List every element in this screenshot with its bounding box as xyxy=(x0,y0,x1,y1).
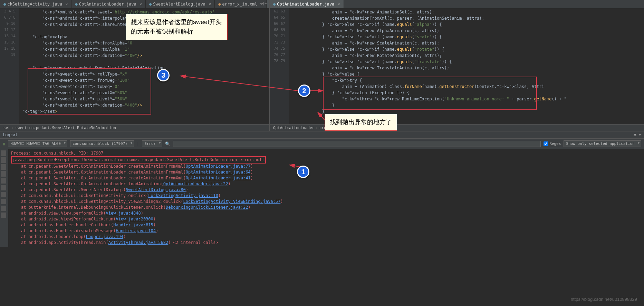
right-editor-pane: ●OptAnimationLoader.java× 62 63 64 65 66… xyxy=(269,0,644,131)
logcat-toolbar: ▮ HUAWEI HUAWEI TAG-AL00 com.xunsu.nbloc… xyxy=(0,139,644,149)
device-dropdown[interactable]: HUAWEI HUAWEI TAG-AL00 xyxy=(8,140,67,147)
stack-trace-link[interactable]: SweetAlertDialog.java:80 xyxy=(126,187,185,192)
log-line[interactable]: at cn.pedant.SweetAlert.OptAnimationLoad… xyxy=(11,181,641,187)
editor-tab[interactable]: ●SweetAlertDialog.java× xyxy=(146,0,215,8)
stack-trace-link[interactable]: LockSettingActivity_ViewBinding.java:57 xyxy=(183,199,281,204)
left-tab-bar: ●ckSettingActivity.java×●OptAnimationLoa… xyxy=(0,0,269,8)
log-line[interactable]: Process: com.xunsu.nblock, PID: 17907 xyxy=(11,150,641,156)
record-icon[interactable] xyxy=(1,199,6,204)
log-line[interactable]: at android.os.Looper.loop(Looper.java:19… xyxy=(11,234,641,240)
stack-trace-link[interactable]: Looper.java:194 xyxy=(86,234,123,239)
logcat-title[interactable]: Logcat xyxy=(3,132,18,137)
logcat-panel: Logcat ⚙ ▾ ▮ HUAWEI HUAWEI TAG-AL00 com.… xyxy=(0,131,644,247)
log-line[interactable]: at android.os.Handler.dispatchMessage(Ha… xyxy=(11,228,641,234)
log-line[interactable]: at cn.pedant.SweetAlert.SweetAlertDialog… xyxy=(11,187,641,193)
log-line[interactable]: at cn.pedant.SweetAlert.OptAnimationLoad… xyxy=(11,175,641,181)
logcat-action-gutter xyxy=(0,149,8,247)
stack-trace-link[interactable]: DebouncingOnClickListener.java:22 xyxy=(166,205,248,210)
stack-trace-link[interactable]: ActivityThread.java:5682 xyxy=(108,240,168,245)
stack-trace-link[interactable]: Handler.java:815 xyxy=(113,223,153,227)
stack-trace-link[interactable]: Handler.java:104 xyxy=(116,228,156,233)
watermark: https://blog.csdn.net/u010898329 xyxy=(571,297,637,302)
stack-trace-link[interactable]: View.java:20300 xyxy=(116,217,153,221)
badge-1: 1 xyxy=(297,166,309,178)
log-line[interactable]: at com.xunsu.nblock.ui.LockSettingActivi… xyxy=(11,199,641,205)
wrap-icon[interactable] xyxy=(1,164,6,170)
highlight-box-java xyxy=(323,77,537,110)
annotation-note-2: 找到抛出异常的地方了 xyxy=(325,114,397,131)
log-line[interactable]: at android.app.ActivityThread.main(Activ… xyxy=(11,240,641,246)
editor-tab[interactable]: ●ckSettingActivity.java× xyxy=(0,0,71,8)
tab-label: ckSettingActivity.java xyxy=(7,2,62,7)
logcat-search-input[interactable] xyxy=(173,141,541,147)
print-icon[interactable] xyxy=(1,171,6,177)
screenshot-icon[interactable] xyxy=(1,192,6,197)
stack-trace-link[interactable]: LockSettingActivity.java:110 xyxy=(148,193,218,198)
terminate-icon[interactable] xyxy=(1,206,6,211)
right-gutter: 62 63 64 65 66 67 68 69 70 71 72 73 74 7… xyxy=(270,8,289,124)
search-icon: 🔍 xyxy=(165,141,170,146)
right-tab-bar: ●OptAnimationLoader.java× xyxy=(270,0,644,8)
file-icon: ● xyxy=(3,2,6,7)
log-level-dropdown[interactable]: Error xyxy=(142,140,162,147)
tab-label: SweetAlertDialog.java xyxy=(153,2,205,7)
regex-checkbox[interactable]: Regex xyxy=(544,141,561,146)
log-line[interactable]: at android.view.View$PerformClick.run(Vi… xyxy=(11,216,641,222)
gear-icon[interactable]: ⚙ ▾ xyxy=(634,132,641,137)
tab-label: error_x_in.xml xyxy=(222,2,257,7)
stack-trace-link[interactable]: OptAnimationLoader.java:77 xyxy=(186,164,251,169)
file-icon: ● xyxy=(218,2,221,7)
modification-indicator: ⟶|← xyxy=(260,1,267,5)
breadcrumb-item[interactable]: set xyxy=(3,126,10,130)
file-icon: ● xyxy=(75,2,77,7)
log-line[interactable]: java.lang.RuntimeException: Unknown anim… xyxy=(11,156,641,164)
tab-label: OptAnimationLoader.java xyxy=(277,2,334,7)
close-icon[interactable]: × xyxy=(337,2,340,7)
settings-icon[interactable] xyxy=(1,185,6,190)
log-line[interactable]: at cn.pedant.SweetAlert.OptAnimationLoad… xyxy=(11,169,641,175)
left-breadcrumb[interactable]: set›sweet:cn.pedant.SweetAlert.Rotate3dA… xyxy=(0,124,269,131)
close-icon[interactable]: × xyxy=(140,2,142,7)
file-icon: ● xyxy=(149,2,152,7)
file-icon: ● xyxy=(273,2,276,7)
log-line[interactable]: at android.os.Handler.handleCallback(Han… xyxy=(11,222,641,228)
logcat-output[interactable]: Process: com.xunsu.nblock, PID: 17907jav… xyxy=(8,149,644,247)
badge-2: 2 xyxy=(298,85,310,97)
log-line[interactable]: at android.view.View.performClick(View.j… xyxy=(11,210,641,216)
editor-tab[interactable]: ●OptAnimationLoader.java× xyxy=(71,0,146,8)
tab-label: OptAnimationLoader.java xyxy=(79,2,136,7)
close-icon[interactable]: × xyxy=(209,2,211,7)
clear-icon[interactable] xyxy=(1,150,6,156)
log-line[interactable]: at cn.pedant.SweetAlert.OptAnimationLoad… xyxy=(11,164,641,169)
stack-trace-link[interactable]: View.java:4848 xyxy=(106,211,141,216)
editor-tab[interactable]: ●OptAnimationLoader.java× xyxy=(270,0,344,8)
badge-3: 3 xyxy=(157,69,170,81)
restart-icon[interactable] xyxy=(1,178,6,184)
help-icon[interactable] xyxy=(1,213,6,218)
editor-tab[interactable]: ●error_x_in.xml× xyxy=(215,0,267,8)
process-dropdown[interactable]: com.xunsu.nblock (17907) xyxy=(70,140,134,147)
highlighted-error-line: java.lang.RuntimeException: Unknown anim… xyxy=(11,156,266,164)
stack-trace-link[interactable]: OptAnimationLoader.java:22 xyxy=(163,181,228,186)
breadcrumb-item[interactable]: OptAnimationLoader xyxy=(273,126,314,130)
highlight-box-xml xyxy=(28,68,151,115)
log-line[interactable]: at butterknife.internal.DebouncingOnClic… xyxy=(11,205,641,210)
scroll-icon[interactable] xyxy=(1,157,6,163)
close-icon[interactable]: × xyxy=(65,2,68,7)
device-icon: ▮ xyxy=(3,141,5,146)
stack-trace-link[interactable]: OptAnimationLoader.java:41 xyxy=(186,176,251,180)
log-line[interactable]: at com.xunsu.nblock.ui.LockSettingActivi… xyxy=(11,193,641,199)
annotation-note-1: 想来应该是作者这里的sweet开头的元素不被识别和解析 xyxy=(126,14,228,40)
left-gutter: 3 4 5 6 7 8 9 10 11 12 13 14 15 16 17 18… xyxy=(0,8,19,124)
stack-trace-link[interactable]: OptAnimationLoader.java:64 xyxy=(186,170,251,175)
breadcrumb-item[interactable]: sweet:cn.pedant.SweetAlert.Rotate3dAnima… xyxy=(16,126,116,130)
filter-dropdown[interactable]: Show only selected application xyxy=(564,140,641,147)
